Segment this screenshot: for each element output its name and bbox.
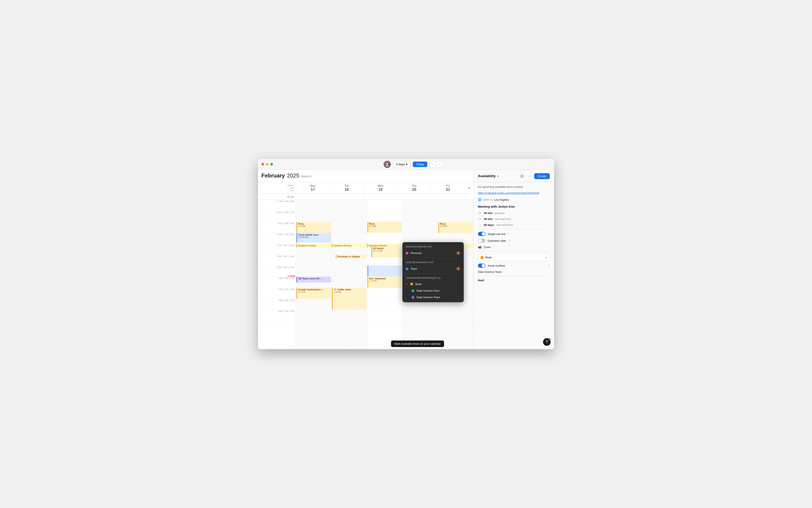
- meet-link[interactable]: https://calendar.notion.so/meet/jeslynki…: [478, 192, 550, 195]
- event-or-lunch[interactable]: OR Team Lunch 1P...: [296, 277, 331, 283]
- work-dropdown-arrow-icon: ▾: [546, 256, 547, 259]
- event-tools-sync[interactable]: Tools weekly sync 9–9:45 AM: [296, 233, 331, 243]
- day-col-tue[interactable]: Operations Researc Fernando >< Stepha ☕ …: [332, 200, 367, 349]
- allday-cell-wed: [364, 194, 397, 200]
- chevron-down-icon: ▾: [406, 163, 408, 166]
- dropdown-item-work[interactable]: ✓ Work: [402, 281, 464, 287]
- day-header-fri[interactable]: Fri 21: [431, 182, 465, 194]
- avoid-conflicts-toggle[interactable]: [478, 263, 485, 268]
- event-allhands-wed[interactable]: All Hands 10–11 AM: [371, 246, 402, 257]
- hour-mon-6: [296, 255, 331, 266]
- expiration-row: Expiration date ?: [478, 239, 550, 243]
- max-lead-value: 60 days: [484, 223, 494, 226]
- day-num-tue: 18: [331, 187, 362, 192]
- day-header-thu[interactable]: Thu 20: [397, 182, 431, 194]
- hour-thu-2: [402, 211, 438, 222]
- event-busy-mon[interactable]: Busy 8–9 AM: [296, 222, 331, 233]
- create-button[interactable]: Create: [534, 173, 550, 179]
- day-col-mon[interactable]: Busy 8–9 AM Tools weekly sync 9–9:45 AM …: [296, 200, 332, 349]
- add-day-btn[interactable]: +: [465, 182, 473, 194]
- event-fernando-tue[interactable]: Fernando >< Stepha: [336, 255, 367, 258]
- min-lead-row: ↦ 30 min min lead time: [478, 217, 550, 221]
- time-slot-4am: 4 AM 2 PM 11 AM: [258, 255, 296, 266]
- time-column: 11 PM 9 AM 6 AM 12 AM 10 AM 7 AM: [258, 200, 296, 349]
- next-arrow[interactable]: ›: [437, 161, 442, 167]
- lead-icon: ↦: [478, 217, 482, 221]
- event-ops-tue[interactable]: Operations Researc: [332, 244, 367, 247]
- work-dropdown-label: Work: [485, 256, 544, 259]
- expiration-toggle[interactable]: [478, 239, 485, 243]
- hour-mon-10: [296, 299, 331, 310]
- day-col-thu[interactable]: Operations Researc Liam / Stephanie we ⚠…: [402, 200, 438, 349]
- time-gutter-header: KOREA EST PST: [258, 182, 296, 194]
- time-slot-12am: 12 AM 10 AM 7 AM: [258, 211, 296, 222]
- allday-cell-mon: [296, 194, 330, 200]
- time-slot-11pm: 11 PM 9 AM 6 AM: [258, 200, 296, 211]
- event-busy-wed[interactable]: Busy 8–9 AM: [368, 222, 402, 233]
- plus-icon[interactable]: +: [467, 186, 472, 190]
- work-dropdown[interactable]: Work ▾: [478, 254, 550, 261]
- tz-korea: KOREA: [287, 184, 294, 186]
- save-icon-btn[interactable]: [519, 173, 525, 179]
- dropdown-item-personal[interactable]: Personal 🔕: [402, 249, 464, 257]
- day-col-wed[interactable]: Busy 8–9 AM Operations Researc All Hands…: [367, 200, 402, 349]
- day-header-mon[interactable]: Mon 17: [296, 182, 330, 194]
- today-button[interactable]: Today: [413, 162, 427, 167]
- globe-icon: 🌐: [478, 198, 481, 201]
- time-slot-9am: 9 AM 7 PM 4 PM: [258, 310, 296, 321]
- dropdown-item-team[interactable]: Team 🔕: [402, 265, 464, 272]
- more-options-btn[interactable]: ···: [526, 173, 532, 179]
- avatar-button[interactable]: [384, 161, 391, 168]
- hour-tue-11: [332, 310, 367, 321]
- avoid-conflicts-label: Avoid conflicts: [487, 264, 546, 267]
- tz-city: Los Angeles: [494, 198, 509, 201]
- day-num-thu: 20: [398, 187, 430, 192]
- tz-value: GMT–8: [483, 198, 492, 201]
- view-selector[interactable]: 5 days ▾: [393, 161, 410, 167]
- expiration-help-icon[interactable]: ?: [508, 239, 510, 242]
- day-columns: Busy 8–9 AM Tools weekly sync 9–9:45 AM …: [296, 200, 473, 349]
- zoom-label: Zoom: [483, 246, 490, 249]
- hour-tue-2: [332, 211, 367, 222]
- day-num-fri: 21: [432, 187, 464, 192]
- personal-slash: 🔕: [456, 251, 460, 255]
- calendar-dropdown[interactable]: jeslynhkim@gmail.com Personal 🔕 jeslyn@m…: [402, 242, 464, 302]
- event-wed-b[interactable]: [368, 265, 402, 277]
- event-growth-mon[interactable]: Growth Optimization ... 2–3 PM: [296, 288, 331, 299]
- hour-wed-1: [367, 200, 402, 211]
- app-window: 5 days ▾ Today ‹ › February 2025 Week 8: [258, 159, 554, 349]
- single-use-help-icon[interactable]: ?: [508, 232, 509, 236]
- event-busy-fri[interactable]: Busy 8–9 AM: [438, 222, 473, 233]
- question-mark-icon: ?: [546, 340, 548, 344]
- time-slot-1am: 1 AM 11 AM 8 AM: [258, 222, 296, 233]
- single-use-toggle[interactable]: [478, 232, 485, 236]
- day-header-wed[interactable]: Wed 19: [364, 182, 397, 194]
- avoid-conflicts-help-icon[interactable]: ?: [548, 264, 550, 267]
- single-use-label: Single-use link: [487, 232, 506, 236]
- team-dot: [406, 267, 408, 270]
- event-coffee-tue[interactable]: ☕ Coffee chats 2–4 PM: [332, 288, 367, 310]
- hold-label: Hold: [478, 279, 550, 282]
- dropdown-email3: stephanie@toolsforthought.xyz: [402, 275, 464, 281]
- calendar-header: February 2025 Week 8: [258, 170, 473, 182]
- fullscreen-button[interactable]: [270, 163, 273, 166]
- svg-point-1: [386, 165, 389, 167]
- cal-month: February: [261, 172, 285, 179]
- dropdown-item-ds-core[interactable]: Data Science Core: [402, 287, 464, 294]
- availability-title: Availability: [478, 174, 496, 178]
- event-kai-wed[interactable]: Kai / Stephanie 1–2 PM: [368, 277, 402, 288]
- minimize-button[interactable]: [266, 163, 268, 166]
- dropdown-item-ds-team[interactable]: Data Science Team: [402, 294, 464, 300]
- close-button[interactable]: [261, 163, 264, 166]
- hour-tue-8: [332, 277, 367, 288]
- dropdown-email1: jeslynhkim@gmail.com: [402, 244, 464, 249]
- help-button[interactable]: ?: [543, 338, 551, 346]
- prev-arrow[interactable]: ‹: [430, 161, 436, 167]
- max-lead-icon: →: [478, 223, 482, 226]
- event-ops-mon[interactable]: Operations Researc: [296, 244, 331, 247]
- time-slot-3am: 3 AM 1 PM 10 AM: [258, 244, 296, 255]
- tz-pst: PST: [290, 189, 294, 192]
- day-header-tue[interactable]: Tue 18: [330, 182, 364, 194]
- chevron-down-icon[interactable]: ▾: [497, 175, 499, 178]
- work-label-dd: Work: [415, 283, 421, 286]
